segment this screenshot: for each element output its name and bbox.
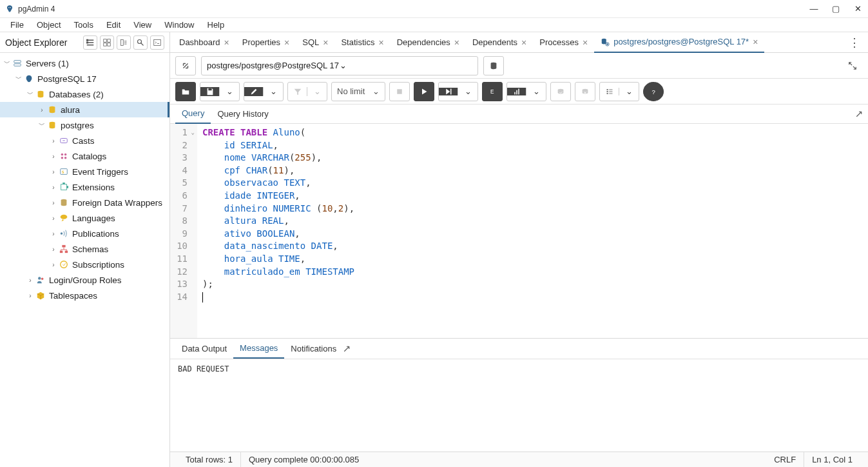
- chevron-right-icon[interactable]: ›: [49, 153, 58, 160]
- object-tree[interactable]: ﹀Servers (1) ﹀PostgreSQL 17 ﹀Databases (…: [0, 53, 169, 467]
- tree-node-catalogs[interactable]: ›Catalogs: [0, 148, 169, 164]
- close-icon[interactable]: ×: [454, 37, 459, 48]
- edit-dropdown-button[interactable]: ⌄: [264, 86, 283, 96]
- tab-statistics[interactable]: Statistics×: [334, 32, 390, 53]
- chevron-down-icon[interactable]: ﹀: [14, 74, 23, 83]
- macros-button[interactable]: [600, 88, 619, 95]
- tab-properties[interactable]: Properties×: [236, 32, 296, 53]
- grid-icon[interactable]: [100, 35, 114, 50]
- menu-object[interactable]: Object: [32, 19, 66, 31]
- subtab-history[interactable]: Query History: [211, 104, 275, 124]
- tab-sql[interactable]: SQL×: [296, 32, 334, 53]
- save-dropdown-button[interactable]: ⌄: [220, 86, 239, 96]
- edit-button[interactable]: [244, 87, 264, 96]
- expand-editor-icon[interactable]: [855, 110, 863, 118]
- menu-help[interactable]: Help: [202, 19, 230, 31]
- tree-node-servers[interactable]: ﹀Servers (1): [0, 55, 169, 71]
- connection-select[interactable]: postgres/postgres@PostgreSQL 17⌄: [201, 56, 478, 75]
- chevron-right-icon[interactable]: ›: [26, 277, 35, 284]
- tree-node-schemas[interactable]: ›Schemas: [0, 241, 169, 257]
- svg-rect-5: [86, 39, 88, 41]
- editor-code[interactable]: CREATE TABLE Aluno( id SERIAL, nome VARC…: [197, 124, 868, 338]
- tree-label: Foreign Data Wrappers: [72, 198, 162, 208]
- close-icon[interactable]: ×: [521, 37, 526, 48]
- menu-edit[interactable]: Edit: [101, 19, 126, 31]
- tree-node-databases[interactable]: ﹀Databases (2): [0, 86, 169, 102]
- limit-select[interactable]: No limit⌄: [331, 82, 385, 101]
- close-icon[interactable]: ×: [284, 37, 289, 48]
- chevron-down-icon[interactable]: ﹀: [26, 90, 35, 99]
- tree-node-alura[interactable]: ›alura: [0, 102, 169, 117]
- chevron-right-icon[interactable]: ›: [49, 261, 58, 268]
- commit-button[interactable]: [550, 82, 571, 101]
- tree-node-subscriptions[interactable]: ›Subscriptions: [0, 257, 169, 272]
- chevron-right-icon[interactable]: ›: [49, 168, 58, 175]
- reconnect-button[interactable]: [175, 56, 196, 75]
- tab-dependents[interactable]: Dependents×: [466, 32, 533, 53]
- output-tab-messages[interactable]: Messages: [233, 339, 284, 359]
- tree-node-publications[interactable]: ›Publications: [0, 226, 169, 241]
- chevron-right-icon[interactable]: ›: [49, 215, 58, 222]
- close-icon[interactable]: ×: [753, 37, 758, 47]
- macros-dropdown-button[interactable]: ⌄: [619, 86, 639, 96]
- execute-button[interactable]: [414, 82, 434, 101]
- close-icon[interactable]: ×: [224, 37, 229, 48]
- explain-dropdown-button[interactable]: ⌄: [526, 86, 546, 96]
- tree-node-extensions[interactable]: ›Extensions: [0, 179, 169, 195]
- tab-dependencies[interactable]: Dependencies×: [391, 32, 466, 53]
- terminal-icon[interactable]: [150, 35, 164, 50]
- chevron-right-icon[interactable]: ›: [49, 246, 58, 253]
- chevron-right-icon[interactable]: ›: [49, 137, 58, 144]
- rollback-button[interactable]: [575, 82, 595, 101]
- filter-button[interactable]: [288, 87, 307, 96]
- close-icon[interactable]: ×: [378, 37, 383, 48]
- open-file-button[interactable]: [175, 82, 196, 101]
- expand-output-icon[interactable]: [343, 345, 351, 353]
- execute-dropdown-button[interactable]: ⌄: [458, 86, 477, 96]
- tree-node-casts[interactable]: ›Casts: [0, 133, 169, 148]
- filter-dropdown-button[interactable]: ⌄: [307, 86, 327, 96]
- menu-tools[interactable]: Tools: [69, 19, 99, 31]
- chevron-right-icon[interactable]: ›: [49, 199, 58, 206]
- tree-node-languages[interactable]: ›Languages: [0, 210, 169, 226]
- tab-processes[interactable]: Processes×: [533, 32, 594, 53]
- tree-node-postgres[interactable]: ﹀postgres: [0, 117, 169, 133]
- tree-node-fdw[interactable]: ›Foreign Data Wrappers: [0, 195, 169, 210]
- menu-window[interactable]: Window: [159, 19, 199, 31]
- collapse-icon[interactable]: [117, 35, 131, 50]
- close-button[interactable]: ✕: [853, 4, 863, 14]
- chevron-right-icon[interactable]: ›: [49, 230, 58, 237]
- explain-analyze-button[interactable]: [507, 88, 526, 95]
- close-icon[interactable]: ×: [583, 37, 588, 48]
- tree-node-tablespaces[interactable]: ›Tablespaces: [0, 288, 169, 303]
- menu-file[interactable]: File: [5, 19, 29, 31]
- close-icon[interactable]: ×: [323, 37, 328, 48]
- tree-node-login-roles[interactable]: ›Login/Group Roles: [0, 272, 169, 288]
- chevron-right-icon[interactable]: ›: [26, 292, 35, 299]
- save-button[interactable]: [200, 87, 220, 96]
- stop-button[interactable]: [389, 82, 410, 101]
- minimize-button[interactable]: —: [809, 4, 819, 14]
- subtab-query[interactable]: Query: [175, 104, 211, 124]
- chevron-right-icon[interactable]: ›: [49, 184, 58, 191]
- tab-query-tool[interactable]: postgres/postgres@PostgreSQL 17*×: [594, 32, 764, 53]
- output-tab-notifications[interactable]: Notifications: [284, 339, 343, 359]
- help-button[interactable]: ?: [643, 82, 664, 101]
- search-icon[interactable]: [133, 35, 148, 50]
- expand-button[interactable]: [842, 56, 863, 75]
- execute-script-button[interactable]: [439, 88, 458, 95]
- output-tab-data[interactable]: Data Output: [175, 339, 233, 359]
- chevron-right-icon[interactable]: ›: [37, 106, 46, 114]
- tree-node-pg17[interactable]: ﹀PostgreSQL 17: [0, 71, 169, 86]
- maximize-button[interactable]: ▢: [831, 4, 841, 14]
- chevron-down-icon[interactable]: ﹀: [37, 121, 46, 130]
- sql-editor[interactable]: 1⌄234567891011121314 CREATE TABLE Aluno(…: [170, 124, 868, 338]
- filter-tree-icon[interactable]: [83, 35, 97, 50]
- tab-dashboard[interactable]: Dashboard×: [173, 32, 236, 53]
- menu-view[interactable]: View: [128, 19, 157, 31]
- explain-button[interactable]: E: [482, 82, 503, 101]
- new-connection-button[interactable]: [483, 56, 504, 75]
- kebab-menu-icon[interactable]: ⋮: [844, 35, 865, 50]
- tree-node-event-triggers[interactable]: ›Event Triggers: [0, 164, 169, 179]
- chevron-down-icon[interactable]: ﹀: [3, 59, 12, 68]
